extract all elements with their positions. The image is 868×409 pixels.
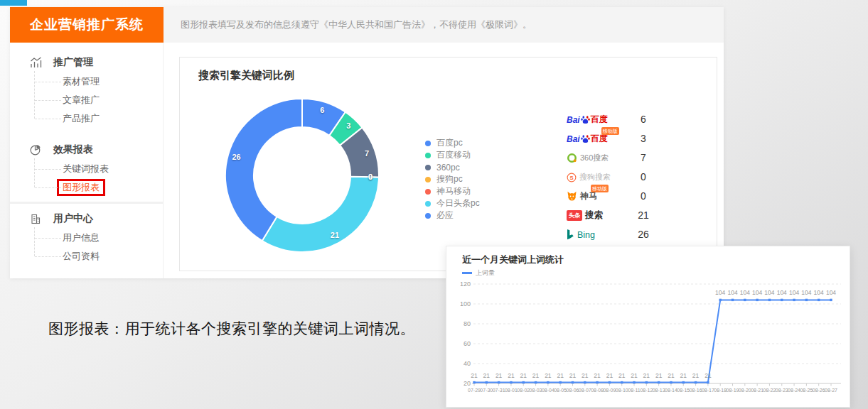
engine-logo: Bai百度移动版 bbox=[567, 129, 608, 148]
360-logo: 360搜索 bbox=[567, 153, 609, 163]
donut-legend: 百度pc百度移动360pc搜狗pc神马移动今日头条pc必应 bbox=[425, 137, 480, 222]
engine-row-2: Bai百度移动版3 bbox=[561, 129, 675, 148]
svg-text:08-08: 08-08 bbox=[591, 388, 604, 393]
line-chart-card: 近一个月关键词上词统计 上词量 2040608010012007-2907-30… bbox=[446, 246, 850, 408]
legend-item-label: 神马移动 bbox=[436, 185, 471, 197]
baidu-logo: Bai百度移动版 bbox=[567, 133, 608, 145]
engine-count-value: 7 bbox=[629, 148, 658, 168]
engine-count-value: 21 bbox=[629, 206, 658, 225]
legend-dot-icon bbox=[425, 189, 431, 195]
legend-item-1[interactable]: 百度pc bbox=[425, 137, 480, 149]
svg-text:21: 21 bbox=[692, 372, 700, 379]
svg-text:3: 3 bbox=[346, 121, 350, 130]
svg-text:26: 26 bbox=[232, 153, 240, 161]
svg-text:08-06: 08-06 bbox=[567, 388, 579, 393]
svg-text:104: 104 bbox=[727, 289, 737, 296]
svg-text:104: 104 bbox=[752, 289, 762, 296]
sidebar-items-report: 关键词报表图形报表 bbox=[10, 160, 163, 197]
sidebar-divider bbox=[10, 202, 163, 204]
svg-text:21: 21 bbox=[508, 372, 515, 379]
legend-item-3[interactable]: 360pc bbox=[425, 161, 480, 173]
svg-text:08-03: 08-03 bbox=[530, 388, 542, 393]
legend-dot-icon bbox=[425, 141, 431, 146]
engine-count-value: 0 bbox=[629, 187, 658, 206]
svg-text:07-29: 07-29 bbox=[468, 388, 481, 393]
caption-text: 图形报表：用于统计各个搜索引擎的关键词上词情况。 bbox=[48, 319, 415, 339]
svg-text:104: 104 bbox=[801, 289, 811, 296]
engine-row-4: S搜狗搜索0 bbox=[561, 168, 675, 187]
svg-text:6: 6 bbox=[320, 106, 324, 114]
legend-item-label: 百度移动 bbox=[436, 149, 471, 161]
notice-bar: 图形报表填写及发布的信息须遵守《中华人民共和国广告法》，不得使用《极限词》。 bbox=[164, 7, 724, 43]
sidebar-section-label: 推广管理 bbox=[53, 56, 93, 69]
svg-text:08-05: 08-05 bbox=[554, 388, 567, 393]
notice-text: 图形报表填写及发布的信息须遵守《中华人民共和国广告法》，不得使用《极限词》。 bbox=[181, 19, 532, 30]
svg-text:08-11: 08-11 bbox=[628, 388, 640, 393]
legend-item-5[interactable]: 神马移动 bbox=[425, 185, 480, 197]
engine-logo: S搜狗搜索 bbox=[567, 168, 611, 187]
svg-text:08-20: 08-20 bbox=[739, 388, 751, 393]
sidebar: 推广管理素材管理文章推广产品推广效果报表关键词报表图形报表用户中心用户信息公司资… bbox=[10, 43, 164, 278]
sogou-logo: S搜狗搜索 bbox=[567, 172, 611, 182]
legend-label: 上词量 bbox=[476, 268, 495, 278]
app-screenshot: 企业营销推广系统 图形报表填写及发布的信息须遵守《中华人民共和国广告法》，不得使… bbox=[10, 7, 724, 278]
svg-text:60: 60 bbox=[464, 340, 471, 347]
engine-count-value: 6 bbox=[629, 110, 658, 129]
legend-dash-icon bbox=[462, 272, 472, 274]
legend-item-6[interactable]: 今日头条pc bbox=[425, 197, 480, 209]
sidebar-section-header-report[interactable]: 效果报表 bbox=[10, 140, 163, 160]
sidebar-items-promotion: 素材管理文章推广产品推广 bbox=[10, 72, 163, 128]
legend-item-label: 必应 bbox=[436, 209, 454, 222]
svg-text:08-02: 08-02 bbox=[517, 388, 530, 393]
legend-dot-icon bbox=[425, 177, 431, 182]
legend-item-4[interactable]: 搜狗pc bbox=[425, 173, 480, 185]
sidebar-item-user-info[interactable]: 用户信息 bbox=[10, 229, 163, 247]
line-chart-title: 近一个月关键词上词统计 bbox=[462, 253, 564, 266]
sidebar-item-graph-report[interactable]: 图形报表 bbox=[10, 178, 163, 197]
pie-chart-icon bbox=[30, 143, 43, 156]
legend-dot-icon bbox=[425, 165, 431, 170]
line-chart: 2040608010012007-2907-3007-3108-0108-020… bbox=[454, 278, 844, 404]
svg-text:08-26: 08-26 bbox=[813, 388, 825, 393]
baidu-logo: Bai百度 bbox=[567, 114, 608, 126]
sidebar-section-promotion: 推广管理素材管理文章推广产品推广 bbox=[10, 53, 163, 128]
legend-item-label: 百度pc bbox=[436, 137, 463, 149]
svg-text:08-17: 08-17 bbox=[702, 388, 714, 393]
engine-row-6: 头条搜索21 bbox=[561, 206, 675, 225]
svg-text:21: 21 bbox=[471, 372, 478, 379]
engine-row-5: 神马移动版0 bbox=[561, 187, 675, 206]
sidebar-item-article[interactable]: 文章推广 bbox=[10, 91, 163, 109]
sidebar-item-material[interactable]: 素材管理 bbox=[10, 72, 163, 91]
svg-text:08-15: 08-15 bbox=[677, 388, 690, 393]
toutiao-logo: 头条搜索 bbox=[567, 209, 603, 222]
sidebar-section-header-user[interactable]: 用户中心 bbox=[10, 209, 163, 229]
svg-text:21: 21 bbox=[557, 372, 564, 379]
svg-text:21: 21 bbox=[532, 372, 540, 379]
legend-item-label: 360pc bbox=[436, 163, 460, 173]
sidebar-item-company-profile[interactable]: 公司资料 bbox=[10, 247, 163, 266]
accent-bar bbox=[0, 0, 27, 6]
sidebar-section-header-promotion[interactable]: 推广管理 bbox=[10, 53, 163, 72]
svg-text:21: 21 bbox=[643, 372, 650, 379]
svg-text:S: S bbox=[569, 174, 573, 180]
engine-count-value: 0 bbox=[629, 168, 658, 187]
legend-item-7[interactable]: 必应 bbox=[425, 209, 480, 222]
engine-count-value: 26 bbox=[629, 225, 658, 244]
legend-dot-icon bbox=[425, 213, 431, 219]
svg-text:08-22: 08-22 bbox=[763, 388, 776, 393]
donut-chart-card: 搜索引擎关键词比例 637002126 百度pc百度移动360pc搜狗pc神马移… bbox=[179, 57, 717, 271]
bing-logo: Bing bbox=[567, 229, 595, 240]
svg-text:120: 120 bbox=[460, 280, 471, 288]
line-chart-legend[interactable]: 上词量 bbox=[462, 268, 495, 278]
svg-text:104: 104 bbox=[740, 289, 750, 296]
mobile-badge: 移动版 bbox=[601, 127, 619, 135]
sidebar-item-keyword-report[interactable]: 关键词报表 bbox=[10, 160, 163, 178]
legend-item-2[interactable]: 百度移动 bbox=[425, 149, 480, 161]
sidebar-item-product[interactable]: 产品推广 bbox=[10, 109, 163, 128]
app-title: 企业营销推广系统 bbox=[10, 7, 164, 43]
engine-row-7: Bing26 bbox=[561, 225, 675, 244]
svg-text:08-14: 08-14 bbox=[665, 388, 677, 393]
engine-row-3: 360搜索7 bbox=[561, 148, 675, 168]
svg-text:08-12: 08-12 bbox=[640, 388, 653, 393]
active-item-highlight: 图形报表 bbox=[57, 179, 105, 196]
